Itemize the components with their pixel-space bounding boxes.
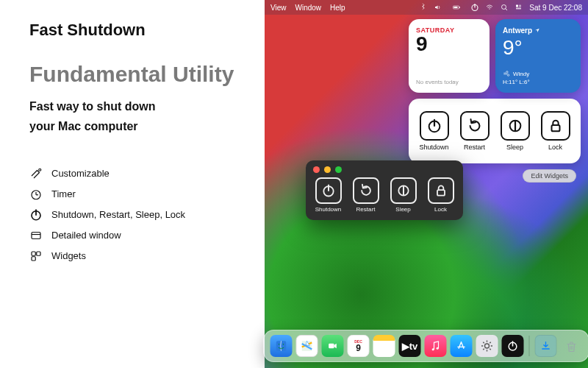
menu-help[interactable]: Help [330, 4, 345, 12]
svg-rect-38 [276, 341, 287, 351]
dock-notes[interactable] [373, 335, 395, 357]
feat-power: Shutdown, Restart, Sleep, Lock [29, 208, 248, 222]
shutdown-widget: Shutdown Restart Sleep Lock [409, 99, 581, 163]
feat-widgets: Widgets [29, 250, 248, 263]
widgets-icon [29, 250, 43, 263]
power-icon [315, 177, 342, 204]
lock-icon [541, 111, 570, 141]
volume-icon[interactable] [434, 3, 442, 12]
promo-panel: Fast Shutdown Fundamental Utility Fast w… [0, 0, 265, 368]
dock-appstore[interactable] [451, 335, 473, 357]
weather-temp: 9° [503, 36, 573, 60]
dock-settings[interactable] [476, 335, 498, 357]
dock-downloads[interactable] [535, 335, 557, 357]
widget-restart-button[interactable]: Restart [456, 111, 492, 151]
widget-shutdown-button[interactable]: Shutdown [416, 111, 452, 151]
traffic-lights [312, 165, 457, 177]
dock-tv[interactable]: ▶tv [399, 335, 421, 357]
feat-label: Widgets [51, 250, 86, 261]
dock-trash[interactable] [561, 335, 583, 357]
dock: DEC9 ▶tv [264, 330, 589, 362]
widget-lock-button[interactable]: Lock [537, 111, 573, 151]
feat-label: Detailed window [51, 230, 121, 241]
dock-facetime[interactable] [322, 335, 344, 357]
battery-icon[interactable] [448, 3, 465, 12]
customizable-icon [29, 167, 43, 180]
feat-label: Shutdown, Restart, Sleep, Lock [51, 209, 185, 220]
calendar-day-num: 9 [416, 32, 482, 56]
minimize-button[interactable] [324, 166, 331, 173]
app-shutdown-button[interactable]: Shutdown [312, 177, 345, 213]
app-window: Shutdown Restart Sleep Lock [306, 160, 463, 220]
power-menubar-icon[interactable] [470, 3, 479, 12]
weather-cond: Windy [503, 70, 573, 77]
wind-icon [503, 70, 510, 77]
app-lock-button[interactable]: Lock [424, 177, 457, 213]
feat-window: Detailed window [29, 229, 248, 242]
feat-timer: Timer [29, 188, 248, 201]
zoom-button[interactable] [335, 166, 342, 173]
subtitle-2: your Mac computer [29, 116, 248, 136]
sleep-icon [501, 111, 530, 141]
dock-separator [529, 336, 530, 356]
desktop-screenshot: View Window Help Sat 9 Dec 22:08 SATURDA… [265, 0, 588, 368]
menubar-clock[interactable]: Sat 9 Dec 22:08 [529, 4, 582, 12]
app-title: Fast Shutdown [29, 21, 248, 40]
app-sleep-button[interactable]: Sleep [387, 177, 420, 213]
widget-panel: SATURDAY 9 No events today Antwerp 9° Wi… [409, 19, 581, 183]
calendar-note: No events today [416, 79, 459, 85]
feat-label: Customizable [51, 168, 110, 179]
feat-customizable: Customizable [29, 167, 248, 180]
weather-widget[interactable]: Antwerp 9° Windy H:11° L:6° [495, 19, 581, 93]
power-icon [29, 208, 43, 222]
search-icon[interactable] [500, 3, 509, 12]
dock-music[interactable] [425, 335, 447, 357]
app-restart-button[interactable]: Restart [349, 177, 382, 213]
widget-sleep-button[interactable]: Sleep [497, 111, 533, 151]
sleep-icon [390, 177, 417, 204]
weather-hl: H:11° L:6° [503, 79, 573, 85]
feature-list: Customizable Timer Shutdown, Restart, Sl… [29, 167, 248, 263]
feat-label: Timer [51, 188, 76, 199]
menubar: View Window Help Sat 9 Dec 22:08 [265, 0, 588, 15]
edit-widgets-button[interactable]: Edit Widgets [523, 169, 576, 183]
control-center-icon[interactable] [514, 3, 523, 12]
bluetooth-icon[interactable] [419, 3, 428, 12]
svg-point-39 [279, 344, 280, 345]
wifi-icon[interactable] [485, 3, 494, 12]
headline: Fundamental Utility [29, 62, 248, 88]
dock-maps[interactable] [296, 335, 318, 357]
location-icon [534, 27, 540, 33]
dock-calendar[interactable]: DEC9 [348, 335, 370, 357]
power-icon [420, 111, 449, 141]
weather-city: Antwerp [503, 26, 573, 35]
restart-icon [460, 111, 490, 141]
lock-icon [428, 177, 454, 204]
restart-icon [353, 177, 379, 204]
menu-window[interactable]: Window [295, 4, 322, 12]
menu-view[interactable]: View [270, 4, 287, 12]
svg-point-40 [283, 344, 284, 345]
dock-fastshutdown[interactable] [502, 335, 524, 357]
dock-finder[interactable] [270, 335, 293, 357]
close-button[interactable] [313, 166, 320, 173]
timer-icon [29, 188, 43, 201]
window-icon [29, 229, 43, 242]
calendar-widget[interactable]: SATURDAY 9 No events today [409, 19, 490, 93]
subtitle-1: Fast way to shut down [29, 96, 248, 116]
